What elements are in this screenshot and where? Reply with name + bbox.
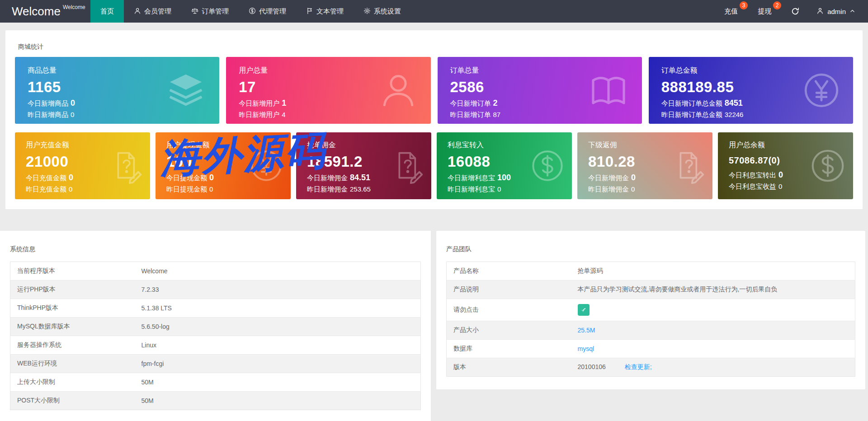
stat-line-label: 今日新增商品 xyxy=(28,99,68,107)
yen-circle-icon xyxy=(802,70,841,110)
nav-item-members-label: 会员管理 xyxy=(144,7,171,16)
stat-line-label: 昨日新增佣金 xyxy=(588,185,629,193)
table-row: 服务器操作系统Linux xyxy=(10,336,421,355)
stat-line-label: 今日新增订单总金额 xyxy=(661,99,722,107)
recharge-badge: 3 xyxy=(740,1,748,9)
row-label: 版本 xyxy=(447,358,571,377)
nav-item-home[interactable]: 首页 xyxy=(90,0,124,23)
row-label: MySQL数据库版本 xyxy=(10,318,135,336)
nav-item-texts[interactable]: 文本管理 xyxy=(296,0,354,23)
row-value: 50M xyxy=(135,392,421,410)
table-row: ThinkPHP版本5.1.38 LTS xyxy=(10,299,421,318)
stat-line-label: 今日新增用户 xyxy=(239,99,279,107)
stat-card-withdraw: 用户提现金额 100 今日提现金额0 昨日提现金额0 xyxy=(156,132,291,199)
stat-line-label: 今日利息宝收益 xyxy=(729,182,776,190)
table-row: 运行PHP版本7.2.33 xyxy=(10,281,421,299)
table-row: 当前程序版本Welcome xyxy=(10,262,421,281)
withdraw-button[interactable]: 提现 2 xyxy=(750,0,783,23)
nav-item-home-label: 首页 xyxy=(100,7,114,16)
row-value xyxy=(571,299,855,321)
row-value: Linux xyxy=(135,336,421,355)
stat-line-value: 2 xyxy=(493,98,498,108)
system-info-title: 系统信息 xyxy=(10,245,421,253)
user-icon xyxy=(377,70,419,111)
nav-item-settings[interactable]: 系统设置 xyxy=(354,0,411,23)
stat-card-interest-in: 利息宝转入 16088 今日新增利息宝100 昨日新增利息宝0 xyxy=(437,132,572,199)
stat-card-orders: 订单总量 2586 今日新增订单2 昨日新增订单87 xyxy=(438,57,642,124)
stat-line-label: 昨日提现金额 xyxy=(166,185,207,193)
stat-line-value: 0 xyxy=(209,173,214,182)
product-panel: 产品团队 产品名称 抢单源码 产品说明 本产品只为学习测试交流,请勿要做商业或者… xyxy=(436,231,865,389)
stat-line-value: 0 xyxy=(209,185,213,193)
stat-card-commission: 抢单佣金 18591.2 今日新增佣金84.51 昨日新增佣金253.65 xyxy=(296,132,431,199)
row-value: 5.6.50-log xyxy=(135,318,421,336)
row-label: 数据库 xyxy=(447,340,571,358)
rocket-icon[interactable] xyxy=(578,304,590,316)
stat-card-products: 商品总量 1165 今日新增商品0 昨日新增商品0 xyxy=(15,57,219,124)
version-number: 20100106 xyxy=(578,363,606,370)
row-value: 50M xyxy=(135,373,421,392)
yen-circle-icon xyxy=(248,148,284,184)
stat-line-label: 昨日新增用户 xyxy=(239,111,279,118)
product-size-link[interactable]: 25.5M xyxy=(578,327,595,334)
recharge-button[interactable]: 充值 3 xyxy=(716,0,750,23)
row-label: 产品说明 xyxy=(447,281,571,299)
row-value: mysql xyxy=(571,340,855,358)
book-icon xyxy=(587,69,630,112)
nav-item-agents[interactable]: 代理管理 xyxy=(239,0,296,23)
table-row: 产品说明 本产品只为学习测试交流,请勿要做商业或者用于违法行为,一切后果自负 xyxy=(447,281,855,299)
app-logo[interactable]: Welcome Welcome xyxy=(0,0,90,23)
table-row: 上传大小限制50M xyxy=(10,373,421,392)
row-label: 请勿点击 xyxy=(447,299,571,321)
stat-line-value: 0 xyxy=(778,182,782,190)
stat-line-value: 253.65 xyxy=(350,185,371,193)
stat-line-value: 0 xyxy=(71,98,75,108)
stat-card-recharge: 用户充值金额 21000 今日充值金额0 昨日充值金额0 xyxy=(15,132,150,199)
system-info-panel: 系统信息 当前程序版本Welcome 运行PHP版本7.2.33 ThinkPH… xyxy=(0,231,431,421)
table-row: WEB运行环境fpm-fcgi xyxy=(10,355,421,373)
refresh-icon[interactable] xyxy=(783,0,807,23)
product-table: 产品名称 抢单源码 产品说明 本产品只为学习测试交流,请勿要做商业或者用于违法行… xyxy=(446,262,855,377)
dollar-circle-icon xyxy=(809,147,847,185)
withdraw-label: 提现 xyxy=(758,7,771,16)
row-label: ThinkPHP版本 xyxy=(10,299,135,318)
stat-line-value: 0 xyxy=(497,185,501,193)
row-value: 20100106 检查更新; xyxy=(571,358,855,377)
stat-card-order-amount: 订单总金额 888189.85 今日新增订单总金额8451 昨日新增订单总金额3… xyxy=(649,57,853,124)
table-row: 版本 20100106 检查更新; xyxy=(447,358,855,377)
check-update-link[interactable]: 检查更新; xyxy=(625,363,652,370)
stat-card-users: 用户总量 17 今日新增用户1 昨日新增用户4 xyxy=(226,57,430,124)
navbar-right: 充值 3 提现 2 admin xyxy=(716,0,868,23)
nav-item-agents-label: 代理管理 xyxy=(259,7,286,16)
user-icon xyxy=(816,7,824,16)
stat-line-value: 8451 xyxy=(725,98,743,108)
stat-card-balance: 用户总余额 57086.87(0) 今日利息宝转出0 今日利息宝收益0 xyxy=(718,132,853,199)
row-value: 5.1.38 LTS xyxy=(135,299,421,318)
row-label: 上传大小限制 xyxy=(10,373,135,392)
row-label: 服务器操作系统 xyxy=(10,336,135,355)
stat-line-label: 今日利息宝转出 xyxy=(729,171,776,179)
user-menu[interactable]: admin xyxy=(807,0,868,23)
stat-line-label: 昨日新增利息宝 xyxy=(448,185,495,193)
product-title: 产品团队 xyxy=(446,245,855,253)
stat-line-label: 今日新增佣金 xyxy=(307,174,348,182)
nav-item-texts-label: 文本管理 xyxy=(316,7,344,16)
stat-line-label: 今日新增佣金 xyxy=(588,174,629,182)
doc-edit-icon xyxy=(389,148,425,184)
dollar-circle-icon xyxy=(529,148,566,184)
stat-line-label: 今日新增利息宝 xyxy=(448,174,495,182)
bottom-section: 系统信息 当前程序版本Welcome 运行PHP版本7.2.33 ThinkPH… xyxy=(0,231,868,421)
database-link[interactable]: mysql xyxy=(578,345,594,352)
stat-line-label: 今日充值金额 xyxy=(26,174,66,182)
row-value: 本产品只为学习测试交流,请勿要做商业或者用于违法行为,一切后果自负 xyxy=(571,281,855,299)
stats-panel-title: 商城统计 xyxy=(15,43,853,51)
stat-line-value: 0 xyxy=(69,185,72,193)
stat-line-label: 今日新增订单 xyxy=(450,99,491,107)
stat-line-label: 昨日新增佣金 xyxy=(307,185,348,193)
stat-line-label: 今日提现金额 xyxy=(166,174,207,182)
stats-row-1: 商品总量 1165 今日新增商品0 昨日新增商品0 用户总量 17 今日新增用户… xyxy=(15,57,853,124)
app-logo-text: Welcome xyxy=(12,5,61,19)
nav-item-members[interactable]: 会员管理 xyxy=(124,0,181,23)
stat-line-value: 100 xyxy=(497,173,511,182)
nav-item-orders[interactable]: 订单管理 xyxy=(181,0,239,23)
